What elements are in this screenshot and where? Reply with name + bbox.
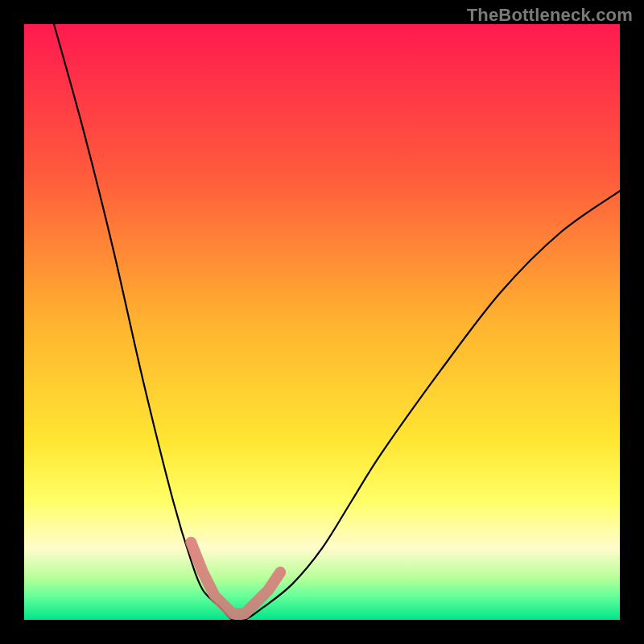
bottleneck-curve	[54, 24, 620, 620]
marker-layer	[191, 543, 280, 614]
curve-layer	[54, 24, 620, 620]
chart-svg	[24, 24, 620, 620]
highlight-band	[191, 543, 280, 614]
plot-area	[24, 24, 620, 620]
watermark-text: TheBottleneck.com	[467, 5, 633, 26]
chart-frame: TheBottleneck.com	[0, 0, 644, 644]
